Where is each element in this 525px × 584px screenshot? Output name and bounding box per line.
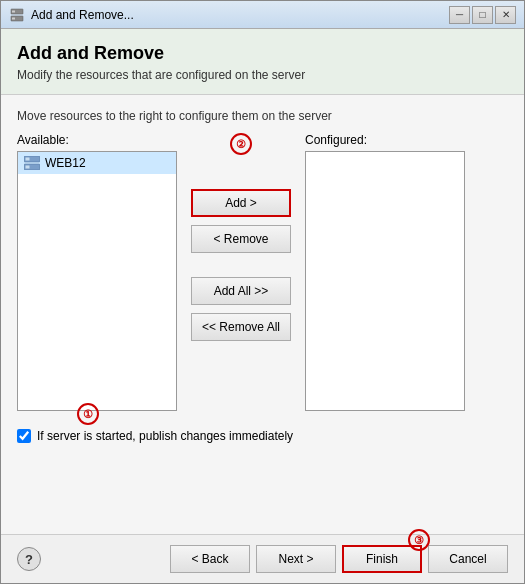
svg-rect-7 [26,166,30,169]
available-list[interactable]: WEB12 [17,151,177,411]
window-icon [9,7,25,23]
server-icon [24,155,40,171]
available-label: Available: [17,133,177,147]
annotation-2: ② [230,133,252,155]
footer: ? < Back Next > ③ Finish Cancel [1,534,524,583]
annotation-3: ③ [408,529,430,551]
annotation-1: ① [77,403,99,425]
window-title: Add and Remove... [31,8,449,22]
lists-wrapper: Available: WEB12 [17,133,508,411]
next-button[interactable]: Next > [256,545,336,573]
title-bar: Add and Remove... ─ □ ✕ [1,1,524,29]
maximize-button[interactable]: □ [472,6,493,24]
checkbox-row: If server is started, publish changes im… [17,429,508,443]
buttons-column: ② Add > < Remove Add All >> << Remove Al… [177,133,305,341]
configured-section: Configured: [305,133,465,411]
main-content: Move resources to the right to configure… [1,95,524,534]
dialog-title: Add and Remove [17,43,508,64]
add-all-button[interactable]: Add All >> [191,277,291,305]
finish-button[interactable]: Finish [342,545,422,573]
available-section: Available: WEB12 [17,133,177,411]
publish-checkbox[interactable] [17,429,31,443]
minimize-button[interactable]: ─ [449,6,470,24]
svg-rect-6 [26,158,30,161]
remove-button[interactable]: < Remove [191,225,291,253]
remove-all-button[interactable]: << Remove All [191,313,291,341]
svg-rect-2 [12,10,15,12]
available-item-name: WEB12 [45,156,86,170]
cancel-button[interactable]: Cancel [428,545,508,573]
svg-rect-3 [12,17,15,19]
configured-label: Configured: [305,133,465,147]
window: Add and Remove... ─ □ ✕ Add and Remove M… [0,0,525,584]
add-button[interactable]: Add > [191,189,291,217]
window-controls: ─ □ ✕ [449,6,516,24]
header-section: Add and Remove Modify the resources that… [1,29,524,95]
close-button[interactable]: ✕ [495,6,516,24]
back-button[interactable]: < Back [170,545,250,573]
instruction-text: Move resources to the right to configure… [17,109,508,123]
configured-list[interactable] [305,151,465,411]
list-item[interactable]: WEB12 [18,152,176,174]
publish-label: If server is started, publish changes im… [37,429,293,443]
dialog-subtitle: Modify the resources that are configured… [17,68,508,82]
help-button[interactable]: ? [17,547,41,571]
